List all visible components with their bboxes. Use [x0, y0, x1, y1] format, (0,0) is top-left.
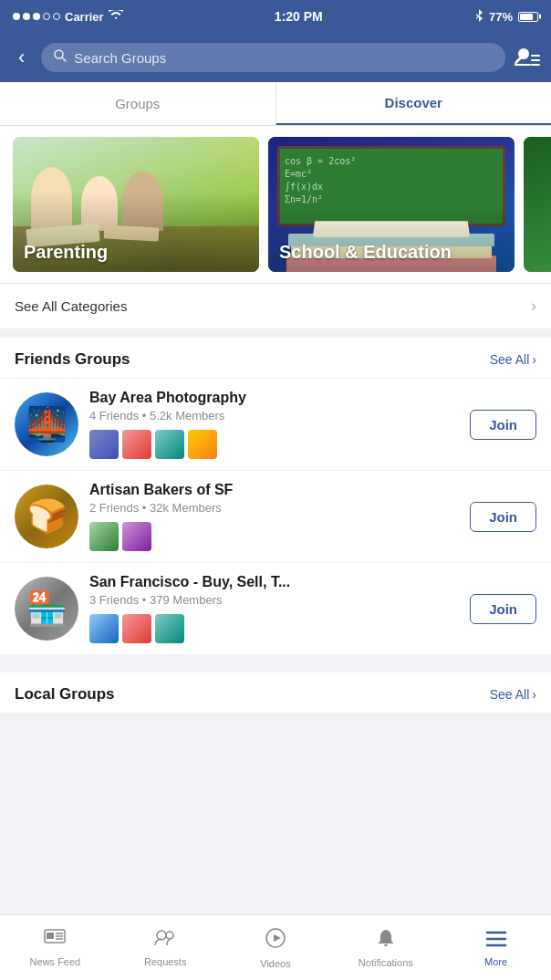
profile-menu-button[interactable] [515, 47, 540, 68]
tab-groups[interactable]: Groups [0, 82, 276, 125]
status-left: Carrier [13, 9, 123, 24]
notifications-icon [377, 928, 395, 954]
bay-area-avatar [15, 392, 78, 456]
nav-requests[interactable]: Requests [110, 915, 221, 980]
dot4 [43, 13, 50, 20]
search-icon [54, 49, 67, 66]
sports-image [524, 137, 551, 272]
wifi-icon [109, 9, 123, 24]
time-display: 1:20 PM [275, 9, 323, 24]
bakers-avatar [15, 485, 78, 548]
svg-rect-4 [531, 55, 540, 57]
friend-thumb [89, 430, 119, 459]
search-bar[interactable]: Search Groups [41, 43, 505, 72]
see-all-chevron-icon: › [531, 297, 536, 316]
bay-area-info: Bay Area Photography 4 Friends • 5.2k Me… [89, 390, 459, 459]
category-card-sports[interactable] [524, 137, 551, 272]
nav-more[interactable]: More [441, 915, 551, 980]
requests-icon [154, 929, 176, 953]
sf-buysell-info: San Francisco - Buy, Sell, T... 3 Friend… [89, 574, 459, 643]
local-groups-section: Local Groups See All › [0, 672, 551, 713]
friends-groups-header: Friends Groups See All › [0, 338, 551, 378]
friends-groups-title: Friends Groups [15, 350, 130, 369]
sf-buysell-name: San Francisco - Buy, Sell, T... [89, 574, 459, 590]
friend-thumb [155, 614, 184, 643]
svg-point-13 [166, 932, 173, 939]
local-groups-title: Local Groups [15, 685, 115, 704]
search-placeholder: Search Groups [74, 50, 166, 66]
news-feed-icon [44, 929, 66, 953]
status-bar: Carrier 1:20 PM 77% [0, 0, 551, 33]
sf-buysell-meta: 3 Friends • 379 Members [89, 593, 459, 607]
tab-bar: Groups Discover [0, 82, 551, 126]
header: ‹ Search Groups [0, 33, 551, 82]
friend-thumb [122, 614, 151, 643]
videos-icon [265, 927, 286, 954]
friend-thumb [122, 430, 151, 459]
more-icon [485, 929, 507, 953]
nav-news-feed[interactable]: News Feed [0, 915, 110, 980]
dot3 [33, 13, 40, 20]
requests-label: Requests [144, 956, 186, 967]
nav-notifications[interactable]: Notifications [330, 915, 441, 980]
section-separator-1 [0, 328, 551, 338]
bluetooth-icon [474, 9, 483, 25]
bay-area-join-button[interactable]: Join [470, 410, 536, 440]
bakers-meta: 2 Friends • 32k Members [89, 501, 459, 515]
carrier-label: Carrier [65, 10, 104, 24]
svg-rect-5 [531, 59, 540, 61]
parenting-label: Parenting [24, 242, 108, 263]
dot5 [53, 13, 60, 20]
sf-avatar [15, 577, 78, 641]
see-all-categories[interactable]: See All Categories › [0, 283, 551, 328]
friend-thumb [89, 522, 119, 551]
friend-thumb [89, 614, 119, 643]
friends-groups-section: Friends Groups See All › [0, 338, 551, 654]
videos-label: Videos [260, 958, 290, 969]
bay-area-meta: 4 Friends • 5.2k Members [89, 409, 459, 422]
group-item-bakers[interactable]: Artisan Bakers of SF 2 Friends • 32k Mem… [0, 470, 551, 562]
svg-rect-6 [531, 64, 540, 66]
bakers-join-button[interactable]: Join [470, 502, 536, 532]
svg-rect-3 [515, 64, 531, 66]
status-right: 77% [474, 9, 538, 25]
friend-thumb [188, 430, 217, 459]
group-item-bay-area[interactable]: Bay Area Photography 4 Friends • 5.2k Me… [0, 378, 551, 470]
svg-line-1 [62, 57, 66, 61]
see-all-categories-label: See All Categories [15, 298, 127, 314]
tab-discover[interactable]: Discover [276, 82, 552, 125]
sf-join-button[interactable]: Join [470, 594, 536, 624]
more-label: More [484, 956, 507, 967]
friend-thumb [155, 430, 184, 459]
bottom-nav: News Feed Requests Videos [0, 914, 551, 980]
local-groups-see-all[interactable]: See All › [490, 687, 536, 702]
group-item-sf-buysell[interactable]: San Francisco - Buy, Sell, T... 3 Friend… [0, 562, 551, 654]
signal-dots [13, 13, 60, 20]
friends-groups-see-all[interactable]: See All › [490, 352, 536, 367]
notifications-label: Notifications [359, 957, 413, 968]
battery-icon [518, 12, 538, 22]
news-feed-label: News Feed [30, 956, 81, 967]
main-content: Groups Discover [0, 82, 551, 778]
svg-marker-15 [274, 934, 281, 942]
education-label: School & Education [279, 242, 452, 263]
local-chevron-icon: › [532, 687, 536, 702]
category-card-parenting[interactable]: Parenting [13, 137, 259, 272]
friends-groups-chevron-icon: › [532, 352, 536, 367]
dot1 [13, 13, 20, 20]
nav-videos[interactable]: Videos [221, 915, 331, 980]
battery-percent: 77% [489, 10, 513, 24]
category-card-education[interactable]: cos β = 2cos²E=mc²∫f(x)dxΣn=1/n² School … [268, 137, 515, 272]
back-button[interactable]: ‹ [11, 42, 32, 73]
friend-thumb [122, 522, 151, 551]
categories-section: Parenting cos β = 2cos²E=mc²∫f(x)dxΣn=1/… [0, 126, 551, 328]
bakers-name: Artisan Bakers of SF [89, 482, 459, 498]
sf-friend-thumbs [89, 614, 459, 643]
svg-rect-8 [47, 933, 54, 939]
local-groups-header: Local Groups See All › [0, 672, 551, 713]
bay-area-name: Bay Area Photography [89, 390, 459, 406]
bay-area-friend-thumbs [89, 430, 459, 459]
dot2 [23, 13, 30, 20]
section-separator-2 [0, 654, 551, 663]
categories-scroll[interactable]: Parenting cos β = 2cos²E=mc²∫f(x)dxΣn=1/… [0, 137, 551, 283]
